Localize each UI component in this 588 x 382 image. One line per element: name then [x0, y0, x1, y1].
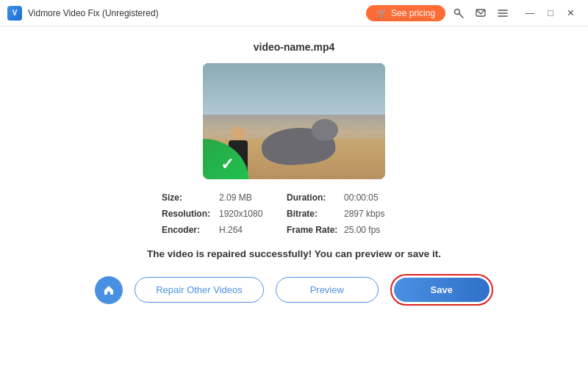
bottom-buttons: Repair Other Videos Preview Save [95, 274, 493, 306]
video-info: Size: 2.09 MB Duration: 00:00:05 Resolut… [162, 192, 426, 235]
svg-line-1 [459, 13, 464, 18]
info-duration: Duration: 00:00:05 [287, 192, 390, 203]
title-bar: V Vidmore Video Fix (Unregistered) 🛒 See… [0, 0, 588, 26]
video-preview: ✓ [203, 63, 385, 179]
checkmark-icon: ✓ [220, 155, 234, 174]
success-message: The video is repaired successfully! You … [147, 248, 441, 259]
seal-head [312, 119, 338, 141]
close-button[interactable]: ✕ [561, 6, 581, 20]
title-bar-right: 🛒 See pricing — □ ✕ [366, 5, 581, 21]
info-bitrate: Bitrate: 2897 kbps [287, 209, 390, 219]
info-size: Size: 2.09 MB [162, 192, 265, 203]
duration-value: 00:00:05 [344, 192, 379, 203]
info-resolution: Resolution: 1920x1080 [162, 209, 265, 219]
preview-button[interactable]: Preview [276, 277, 379, 303]
title-bar-left: V Vidmore Video Fix (Unregistered) [7, 6, 366, 21]
info-encoder: Encoder: H.264 [162, 225, 265, 235]
resolution-value: 1920x1080 [219, 209, 262, 219]
bitrate-value: 2897 kbps [344, 209, 384, 219]
maximize-button[interactable]: □ [542, 6, 559, 20]
size-value: 2.09 MB [219, 192, 252, 203]
key-icon-button[interactable] [450, 7, 467, 20]
duration-label: Duration: [287, 192, 340, 203]
save-button-wrapper: Save [390, 274, 493, 306]
info-framerate: Frame Rate: 25.00 fps [287, 225, 390, 235]
main-content: video-name.mp4 ✓ Size: 2.09 MB Duration:… [0, 26, 588, 382]
home-button[interactable] [95, 276, 123, 304]
message-icon-button[interactable] [472, 7, 490, 20]
cart-icon: 🛒 [376, 8, 387, 18]
bitrate-label: Bitrate: [287, 209, 340, 219]
resolution-label: Resolution: [162, 209, 215, 219]
repair-other-videos-button[interactable]: Repair Other Videos [135, 277, 264, 303]
window-controls: — □ ✕ [519, 6, 581, 20]
sky-area [203, 63, 385, 115]
app-title: Vidmore Video Fix (Unregistered) [28, 8, 159, 18]
encoder-label: Encoder: [162, 225, 215, 235]
save-button[interactable]: Save [394, 278, 490, 302]
framerate-value: 25.00 fps [344, 225, 380, 235]
person-head [232, 126, 245, 140]
encoder-value: H.264 [219, 225, 243, 235]
video-filename: video-name.mp4 [254, 41, 334, 53]
minimize-button[interactable]: — [519, 6, 540, 20]
size-label: Size: [162, 192, 215, 203]
framerate-label: Frame Rate: [287, 225, 340, 235]
see-pricing-button[interactable]: 🛒 See pricing [366, 5, 445, 21]
app-logo: V [7, 6, 22, 21]
menu-icon-button[interactable] [494, 7, 512, 19]
